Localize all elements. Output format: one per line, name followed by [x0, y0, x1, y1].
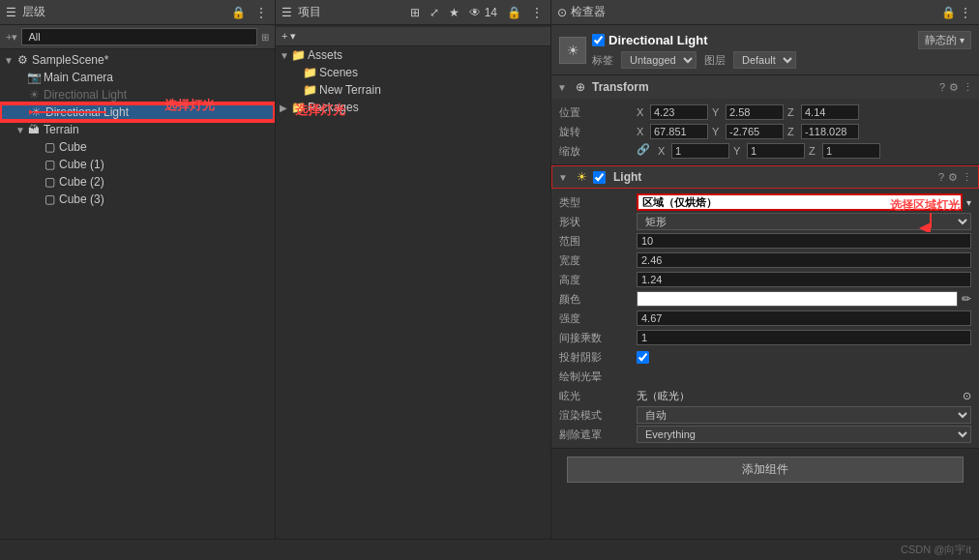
- tree-label-terrain: Terrain: [44, 123, 79, 136]
- shape-label: 形状: [559, 215, 637, 229]
- tree-label-dir-light: Directional Light: [45, 105, 129, 119]
- tree-item-cube[interactable]: ▢ Cube: [0, 138, 275, 156]
- hierarchy-more-btn[interactable]: ⋮: [253, 6, 269, 19]
- cube2-icon: ▢: [43, 175, 56, 189]
- tree-label-new-terrain: New Terrain: [319, 83, 381, 97]
- light-settings-icon[interactable]: ⚙: [948, 171, 958, 184]
- hierarchy-search-input[interactable]: [21, 28, 257, 45]
- intensity-input[interactable]: [637, 310, 971, 326]
- static-badge: 静态的 ▾: [918, 31, 971, 49]
- tree-item-dir-light-dim[interactable]: ☀ Directional Light: [0, 86, 275, 103]
- cube1-icon: ▢: [43, 158, 56, 171]
- light-more-icon[interactable]: ⋮: [962, 171, 972, 184]
- new-terrain-icon: 📁: [303, 83, 316, 97]
- scale-y-input[interactable]: [747, 143, 805, 159]
- position-z-input[interactable]: [801, 104, 859, 120]
- light-header[interactable]: ☀ Light ? ⚙ ⋮: [551, 165, 979, 189]
- scale-xyz: 🔗 X Y Z: [637, 143, 971, 159]
- color-swatch[interactable]: [637, 291, 958, 307]
- position-label: 位置: [559, 105, 637, 120]
- height-input[interactable]: [637, 272, 971, 287]
- light-selected-icon: ☀: [29, 105, 43, 119]
- color-row: 颜色 ✏: [551, 289, 979, 309]
- inspector-more-btn[interactable]: ⋮: [958, 6, 973, 19]
- width-label: 宽度: [559, 253, 637, 268]
- project-btn2[interactable]: ⤢: [428, 6, 441, 19]
- cast-shadow-checkbox[interactable]: [637, 351, 649, 364]
- intensity-label: 强度: [559, 311, 637, 326]
- inspector-lock-btn[interactable]: 🔒: [939, 6, 958, 19]
- range-input[interactable]: [637, 233, 971, 249]
- render-mode-row: 渲染模式 自动: [551, 405, 979, 425]
- project-more-btn[interactable]: ⋮: [529, 6, 545, 19]
- position-x-input[interactable]: [650, 104, 708, 120]
- hierarchy-lock-btn[interactable]: 🔒: [229, 6, 248, 19]
- hierarchy-menu-icon: ☰: [6, 6, 16, 19]
- tag-dropdown[interactable]: Untagged: [621, 51, 697, 69]
- arrow-sample-scene: [4, 55, 14, 66]
- static-label: 静态的: [925, 34, 957, 45]
- culling-dropdown[interactable]: Everything: [637, 426, 971, 443]
- rotation-x-field: X: [637, 124, 708, 139]
- tree-item-new-terrain[interactable]: 📁 New Terrain: [276, 81, 550, 99]
- indirect-row: 间接乘数: [551, 328, 979, 347]
- inspector-panel: ⊙ 检查器 🔒 ⋮ ☀ Directional Light 静态的 ▾: [551, 0, 979, 539]
- layer-dropdown[interactable]: Default: [733, 51, 796, 69]
- project-lock-btn[interactable]: 🔒: [505, 6, 523, 19]
- hierarchy-panel: ☰ 层级 🔒 ⋮ +▾ ⊞ ⚙ SampleScene* 📷 Main Came…: [0, 0, 276, 539]
- light-body: 类型 区域（仅烘焙） ▾ 形状 矩形: [551, 189, 979, 448]
- terrain-icon: 🏔: [27, 123, 41, 136]
- scale-z-input[interactable]: [822, 143, 880, 159]
- project-header: ☰ 项目 ⊞ ⤢ ★ 👁 14 🔒 ⋮: [276, 0, 550, 25]
- transform-more-icon[interactable]: ⋮: [963, 81, 973, 94]
- rotation-z-input[interactable]: [801, 124, 859, 139]
- tree-item-terrain[interactable]: 🏔 Terrain: [0, 121, 275, 138]
- project-btn1[interactable]: ⊞: [408, 6, 422, 19]
- hierarchy-title: 层级: [22, 4, 223, 20]
- scale-z-label: Z: [809, 145, 820, 157]
- tree-item-cube3[interactable]: ▢ Cube (3): [0, 191, 275, 208]
- transform-help-icon[interactable]: ?: [939, 81, 945, 93]
- scenes-icon: 📁: [303, 66, 316, 79]
- project-btn3[interactable]: ★: [447, 6, 461, 19]
- indirect-label: 间接乘数: [559, 331, 637, 345]
- tree-item-dir-light[interactable]: ☀ Directional Light: [0, 103, 275, 121]
- transform-header[interactable]: ⊕ Transform ? ⚙ ⋮: [551, 75, 979, 99]
- scale-y-label: Y: [733, 145, 745, 157]
- object-active-checkbox[interactable]: [592, 34, 605, 46]
- add-component-button[interactable]: 添加组件: [567, 457, 964, 483]
- rotation-z-field: Z: [787, 124, 859, 139]
- tree-item-sample-scene[interactable]: ⚙ SampleScene*: [0, 51, 275, 69]
- tree-item-scenes[interactable]: 📁 Scenes: [276, 64, 550, 81]
- type-row: 类型 区域（仅烘焙） ▾: [551, 192, 979, 212]
- light-active-checkbox[interactable]: [593, 171, 606, 184]
- type-dropdown-icon[interactable]: ▾: [966, 197, 971, 208]
- tree-item-assets[interactable]: 📁 Assets: [276, 46, 550, 64]
- project-btn4[interactable]: 👁 14: [467, 6, 499, 19]
- camera-icon: 📷: [27, 71, 41, 84]
- cast-shadow-label: 投射阴影: [559, 350, 637, 365]
- flare-pick-icon[interactable]: ⊙: [963, 390, 971, 402]
- tree-item-main-camera[interactable]: 📷 Main Camera: [0, 69, 275, 86]
- color-picker-icon[interactable]: ✏: [962, 292, 971, 306]
- scale-x-input[interactable]: [671, 143, 729, 159]
- static-dropdown-icon[interactable]: ▾: [960, 35, 964, 45]
- indirect-input[interactable]: [637, 330, 971, 345]
- tree-label-cube3: Cube (3): [59, 192, 104, 206]
- position-xyz: X Y Z: [637, 104, 971, 120]
- width-input[interactable]: [637, 252, 971, 268]
- rotation-x-input[interactable]: [650, 124, 708, 139]
- tree-item-cube2[interactable]: ▢ Cube (2): [0, 173, 275, 191]
- light-help-icon[interactable]: ?: [938, 171, 944, 183]
- tree-label-main-camera: Main Camera: [44, 71, 113, 84]
- render-mode-dropdown[interactable]: 自动: [637, 406, 971, 424]
- position-y-input[interactable]: [726, 104, 784, 120]
- transform-settings-icon[interactable]: ⚙: [949, 81, 959, 94]
- shape-dropdown[interactable]: 矩形: [637, 213, 971, 230]
- draw-halo-row: 绘制光晕: [551, 367, 979, 386]
- tree-item-packages[interactable]: 📁 Packages: [276, 99, 550, 116]
- project-add-btn[interactable]: + ▾: [282, 30, 296, 43]
- render-mode-label: 渲染模式: [559, 408, 637, 423]
- tree-item-cube1[interactable]: ▢ Cube (1): [0, 156, 275, 173]
- rotation-y-input[interactable]: [726, 124, 784, 139]
